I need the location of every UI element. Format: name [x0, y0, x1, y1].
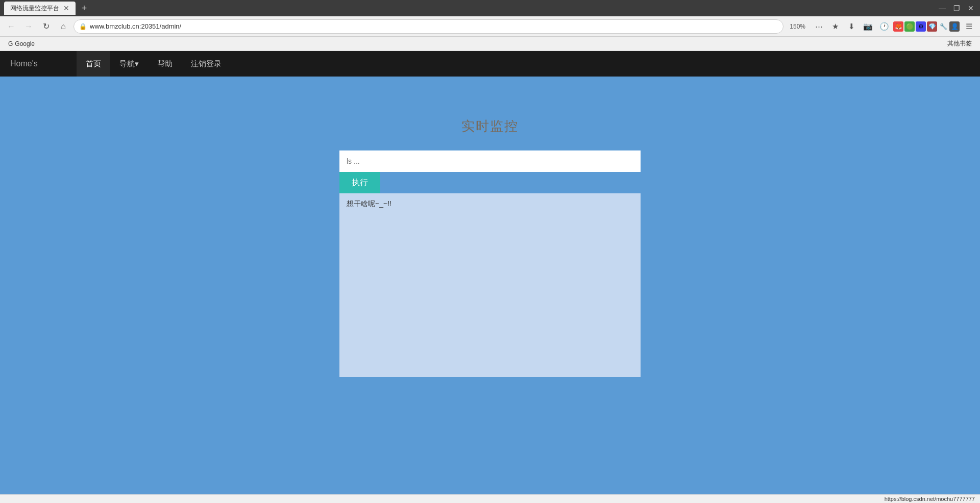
- nav-home[interactable]: 首页: [77, 51, 110, 77]
- app-navbar: Home's 首页 导航▾ 帮助 注销登录: [0, 51, 980, 77]
- browser-toolbar: ← → ↻ ⌂ 🔒 150% ⋯ ★ ⬇ 📷 🕐 🦊 🟢 ⚙ 💎 🔧 👤 ☰: [0, 16, 980, 37]
- home-button[interactable]: ⌂: [56, 19, 70, 34]
- ext-icon-1[interactable]: 🦊: [893, 21, 903, 32]
- address-bar[interactable]: [90, 22, 778, 30]
- nav-help[interactable]: 帮助: [148, 51, 182, 77]
- window-controls: — ❐ ✕: [937, 4, 976, 12]
- back-button[interactable]: ←: [4, 19, 18, 34]
- extension-icons: 🦊 🟢 ⚙ 💎 🔧 👤: [893, 21, 960, 32]
- refresh-button[interactable]: ↻: [39, 19, 53, 34]
- command-input[interactable]: [339, 150, 641, 172]
- nav-help-label: 帮助: [157, 59, 173, 69]
- history-button[interactable]: 🕐: [877, 19, 891, 34]
- address-bar-container[interactable]: 🔒: [74, 19, 783, 34]
- browser-titlebar: 网络流量监控平台 ✕ + — ❐ ✕: [0, 0, 980, 16]
- nav-logout[interactable]: 注销登录: [182, 51, 231, 77]
- active-tab[interactable]: 网络流量监控平台 ✕: [4, 2, 76, 15]
- brand-logo: Home's: [0, 51, 77, 77]
- ext-icon-4[interactable]: 💎: [927, 21, 937, 32]
- new-tab-button[interactable]: +: [78, 2, 91, 15]
- more-tools-button[interactable]: ⋯: [812, 19, 826, 34]
- forward-button[interactable]: →: [21, 19, 36, 34]
- browser-chrome: 网络流量监控平台 ✕ + — ❐ ✕ ← → ↻ ⌂ 🔒 150% ⋯ ★ ⬇ …: [0, 0, 980, 51]
- ext-icon-2[interactable]: 🟢: [904, 21, 915, 32]
- tab-title: 网络流量监控平台: [10, 4, 59, 13]
- output-area: 想干啥呢~_~!!: [339, 193, 641, 377]
- ext-icon-6[interactable]: 👤: [949, 21, 960, 32]
- bookmarks-bar: G Google 其他书签: [0, 37, 980, 51]
- tab-close-button[interactable]: ✕: [63, 5, 69, 12]
- nav-logout-label: 注销登录: [191, 59, 222, 69]
- nav-home-label: 首页: [86, 59, 101, 69]
- menu-button[interactable]: ☰: [962, 19, 976, 34]
- zoom-button[interactable]: 150%: [787, 22, 808, 31]
- download-button[interactable]: ⬇: [844, 19, 859, 34]
- page-title: 实时监控: [461, 117, 519, 135]
- toolbar-icons: ⋯ ★ ⬇ 📷 🕐 🦊 🟢 ⚙ 💎 🔧 👤 ☰: [812, 19, 976, 34]
- output-text: 想干啥呢~_~!!: [347, 199, 391, 208]
- execute-button[interactable]: 执行: [339, 172, 380, 193]
- google-label: Google: [15, 40, 35, 47]
- close-button[interactable]: ✕: [966, 4, 976, 12]
- security-icon: 🔒: [79, 23, 87, 30]
- google-bookmark[interactable]: G Google: [4, 39, 39, 48]
- ext-icon-5[interactable]: 🔧: [938, 21, 948, 32]
- status-url: https://blog.csdn.net/mochu7777777: [885, 496, 975, 502]
- screenshot-button[interactable]: 📷: [861, 19, 875, 34]
- status-bar: https://blog.csdn.net/mochu7777777: [0, 494, 980, 503]
- maximize-button[interactable]: ❐: [951, 4, 962, 12]
- minimize-button[interactable]: —: [937, 4, 947, 12]
- bookmark-button[interactable]: ★: [828, 19, 842, 34]
- nav-navigation-label: 导航▾: [119, 59, 139, 69]
- ext-icon-3[interactable]: ⚙: [916, 21, 926, 32]
- nav-navigation[interactable]: 导航▾: [110, 51, 148, 77]
- google-icon: G: [8, 40, 13, 47]
- monitor-container: 执行 想干啥呢~_~!!: [339, 150, 641, 377]
- main-content: 实时监控 执行 想干啥呢~_~!!: [0, 77, 980, 488]
- other-bookmarks[interactable]: 其他书签: [943, 38, 976, 49]
